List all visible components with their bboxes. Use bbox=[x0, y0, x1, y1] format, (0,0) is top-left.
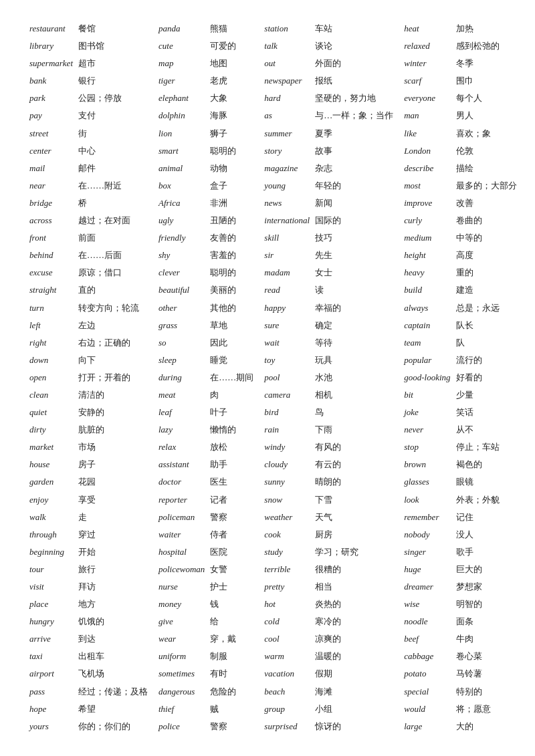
vocab-zh: 玩具 bbox=[312, 352, 396, 369]
vocab-zh: 钱 bbox=[207, 596, 256, 613]
vocab-zh: 其他的 bbox=[207, 299, 256, 317]
vocab-en: panda bbox=[156, 20, 207, 37]
col-gap bbox=[256, 55, 261, 72]
vocab-zh: 国际的 bbox=[312, 212, 396, 229]
vocab-zh: 海滩 bbox=[312, 683, 396, 701]
vocab-zh: 建造 bbox=[453, 281, 520, 299]
col-gap bbox=[396, 125, 401, 142]
col-gap bbox=[150, 473, 156, 491]
col-gap bbox=[396, 352, 401, 369]
vocab-en: describe bbox=[401, 160, 453, 177]
vocab-en: library bbox=[27, 37, 76, 55]
vocab-zh: 贼 bbox=[207, 701, 256, 718]
vocab-zh: 熊猫 bbox=[207, 20, 256, 37]
col-gap bbox=[256, 90, 261, 107]
col-gap bbox=[256, 386, 261, 404]
col-gap bbox=[396, 718, 401, 735]
col-gap bbox=[256, 142, 261, 160]
vocab-en: arrive bbox=[27, 630, 76, 648]
col-gap bbox=[396, 404, 401, 421]
vocab-en: scarf bbox=[401, 72, 453, 90]
vocab-en: place bbox=[27, 596, 76, 613]
col-gap bbox=[396, 72, 401, 90]
vocab-zh: 狮子 bbox=[207, 125, 256, 142]
vocab-zh: 眼镜 bbox=[453, 473, 520, 491]
col-gap bbox=[396, 561, 401, 578]
col-gap bbox=[256, 72, 261, 90]
vocab-en: wear bbox=[156, 630, 207, 648]
vocab-zh: 学习；研究 bbox=[312, 543, 396, 561]
vocab-zh: 厨房 bbox=[312, 526, 396, 543]
vocab-zh: 坚硬的，努力地 bbox=[312, 90, 396, 107]
vocab-zh: 幸福的 bbox=[312, 299, 396, 317]
vocab-en: young bbox=[261, 177, 312, 195]
col-gap bbox=[150, 107, 156, 124]
vocab-zh: 读 bbox=[312, 281, 396, 299]
vocab-en: walk bbox=[27, 509, 76, 526]
col-gap bbox=[150, 665, 156, 682]
col-gap bbox=[150, 438, 156, 456]
vocab-en: dolphin bbox=[156, 107, 207, 124]
vocab-zh: 地方 bbox=[76, 596, 150, 613]
vocab-zh: 假期 bbox=[312, 665, 396, 682]
vocab-en: summer bbox=[261, 125, 312, 142]
vocab-en: clever bbox=[156, 264, 207, 281]
vocab-zh: 卷心菜 bbox=[453, 648, 520, 665]
vocab-en: special bbox=[401, 683, 453, 701]
vocab-en: visit bbox=[27, 578, 76, 596]
vocab-en: winter bbox=[401, 55, 453, 72]
vocab-en: stop bbox=[401, 438, 453, 456]
vocab-en: park bbox=[27, 90, 76, 107]
vocab-en: market bbox=[27, 438, 76, 456]
vocab-en: magazine bbox=[261, 160, 312, 177]
vocab-en: hot bbox=[261, 596, 312, 613]
vocab-zh: 巨大的 bbox=[453, 561, 520, 578]
vocab-en: nurse bbox=[156, 578, 207, 596]
vocab-zh: 相机 bbox=[312, 386, 396, 404]
col-gap bbox=[396, 55, 401, 72]
vocab-zh: 温暖的 bbox=[312, 648, 396, 665]
vocab-zh: 房子 bbox=[76, 456, 150, 473]
vocab-zh: 给 bbox=[207, 613, 256, 630]
col-gap bbox=[256, 648, 261, 665]
vocab-zh: 梦想家 bbox=[453, 578, 520, 596]
vocab-zh: 右边；正确的 bbox=[76, 334, 150, 352]
vocab-en: hungry bbox=[27, 613, 76, 630]
vocab-en: captain bbox=[401, 317, 453, 334]
vocab-zh: 褐色的 bbox=[453, 456, 520, 473]
vocab-zh: 先生 bbox=[312, 247, 396, 264]
vocab-en: across bbox=[27, 212, 76, 229]
vocab-zh: 飞机场 bbox=[76, 665, 150, 682]
vocab-zh: 冬季 bbox=[453, 55, 520, 72]
vocab-zh: 车站 bbox=[312, 20, 396, 37]
vocab-en: open bbox=[27, 369, 76, 386]
vocab-zh: 记住 bbox=[453, 509, 520, 526]
col-gap bbox=[150, 334, 156, 352]
vocab-en: enjoy bbox=[27, 491, 76, 509]
vocab-en: medium bbox=[401, 229, 453, 247]
col-gap bbox=[396, 456, 401, 473]
vocab-zh: 旅行 bbox=[76, 561, 150, 578]
vocab-zh: 危险的 bbox=[207, 683, 256, 701]
vocab-zh: 相当 bbox=[312, 578, 396, 596]
col-gap bbox=[150, 421, 156, 438]
col-gap bbox=[256, 630, 261, 648]
col-gap bbox=[396, 160, 401, 177]
col-gap bbox=[256, 718, 261, 735]
col-gap bbox=[396, 107, 401, 124]
vocab-en: popular bbox=[401, 352, 453, 369]
vocab-en: cold bbox=[261, 613, 312, 630]
vocab-en: group bbox=[261, 701, 312, 718]
vocab-en: Africa bbox=[156, 195, 207, 212]
col-gap bbox=[256, 369, 261, 386]
vocab-zh: 停止；车站 bbox=[453, 438, 520, 456]
vocab-zh: 晴朗的 bbox=[312, 473, 396, 491]
vocab-en: warm bbox=[261, 648, 312, 665]
vocab-en: study bbox=[261, 543, 312, 561]
vocab-zh: 女警 bbox=[207, 561, 256, 578]
vocab-en: singer bbox=[401, 543, 453, 561]
vocab-zh: 老虎 bbox=[207, 72, 256, 90]
col-gap bbox=[256, 596, 261, 613]
vocab-en: station bbox=[261, 20, 312, 37]
vocab-zh: 草地 bbox=[207, 317, 256, 334]
